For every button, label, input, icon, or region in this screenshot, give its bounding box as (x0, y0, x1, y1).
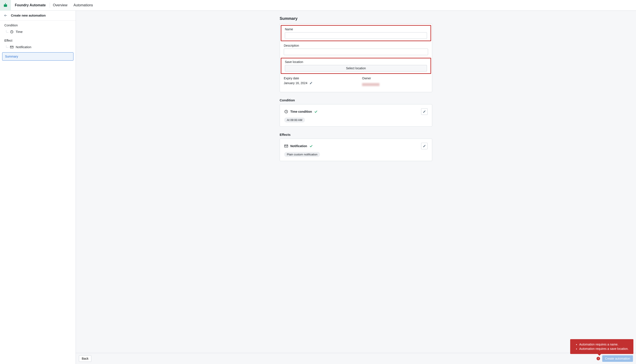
effect-card: Notification Plain custom notification (280, 139, 432, 161)
sidebar-item-notification[interactable]: Notification (0, 43, 76, 51)
owner-value-redacted (362, 83, 380, 86)
condition-title: Time condition (290, 110, 312, 113)
name-label: Name (285, 28, 427, 31)
app-logo (0, 0, 11, 11)
owner-label: Owner (362, 76, 428, 80)
svg-point-2 (6, 5, 6, 6)
envelope-icon (10, 45, 14, 49)
expiry-field: Expiry date January 16, 2024 (280, 75, 353, 88)
content: Summary Name Description Save location S… (76, 11, 636, 364)
effects-heading: Effects (280, 133, 432, 136)
expiry-value: January 16, 2024 (284, 81, 307, 85)
create-automation-button[interactable]: Create automation (602, 355, 633, 362)
edit-effect-button[interactable] (421, 143, 428, 149)
effect-chip: Plain custom notification (284, 152, 320, 157)
expiry-label: Expiry date (284, 76, 350, 80)
sidebar-item-summary[interactable]: Summary (2, 52, 74, 60)
back-button[interactable]: Back (79, 355, 91, 362)
sidebar-title: Create new automation (11, 14, 46, 17)
error-item: Automation requires a save location. (579, 346, 628, 351)
description-field-block: Description (280, 42, 432, 57)
svg-point-1 (4, 5, 5, 6)
svg-rect-0 (4, 4, 7, 7)
page-title: Summary (280, 16, 432, 21)
condition-card: Time condition At 09:00 AM (280, 104, 432, 127)
select-location-button[interactable]: Select location (285, 65, 427, 72)
envelope-icon (284, 144, 288, 148)
clock-icon (284, 110, 288, 114)
save-location-label: Save location (285, 60, 427, 64)
error-item: Automation requires a name. (579, 342, 628, 346)
footer: Back Automation requires a name. Automat… (76, 353, 636, 364)
nav-automations[interactable]: Automations (70, 2, 96, 8)
back-arrow-icon[interactable] (4, 14, 8, 17)
nav-section-condition: Condition (0, 20, 76, 28)
sidebar: Create new automation Condition Time Eff… (0, 11, 76, 364)
name-field-block: Name (281, 25, 431, 41)
sidebar-item-label: Time (16, 30, 23, 34)
summary-card: Name Description Save location Select lo… (280, 24, 432, 92)
description-input[interactable] (284, 48, 428, 55)
condition-chip: At 09:00 AM (284, 118, 305, 122)
sidebar-item-label: Notification (16, 45, 32, 49)
edit-expiry-button[interactable] (310, 82, 312, 84)
robot-icon (3, 3, 8, 8)
owner-field: Owner (358, 75, 432, 88)
condition-heading: Condition (280, 98, 432, 102)
app-name: Foundry Automate (11, 2, 50, 8)
name-input[interactable] (285, 32, 427, 39)
description-label: Description (284, 44, 428, 47)
check-icon (309, 144, 313, 148)
sidebar-item-time[interactable]: Time (0, 28, 76, 36)
sidebar-header: Create new automation (0, 11, 76, 20)
clock-icon (10, 30, 14, 34)
effect-title: Notification (290, 144, 307, 148)
nav-overview[interactable]: Overview (50, 2, 70, 8)
error-icon: ! (596, 357, 600, 360)
edit-condition-button[interactable] (421, 108, 428, 115)
svg-point-4 (5, 3, 6, 4)
check-icon (314, 110, 318, 113)
nav-section-effect: Effect (0, 36, 76, 43)
error-toast: Automation requires a name. Automation r… (570, 339, 634, 354)
top-bar: Foundry Automate Overview Automations (0, 0, 636, 11)
save-location-field-block: Save location Select location (281, 58, 431, 74)
